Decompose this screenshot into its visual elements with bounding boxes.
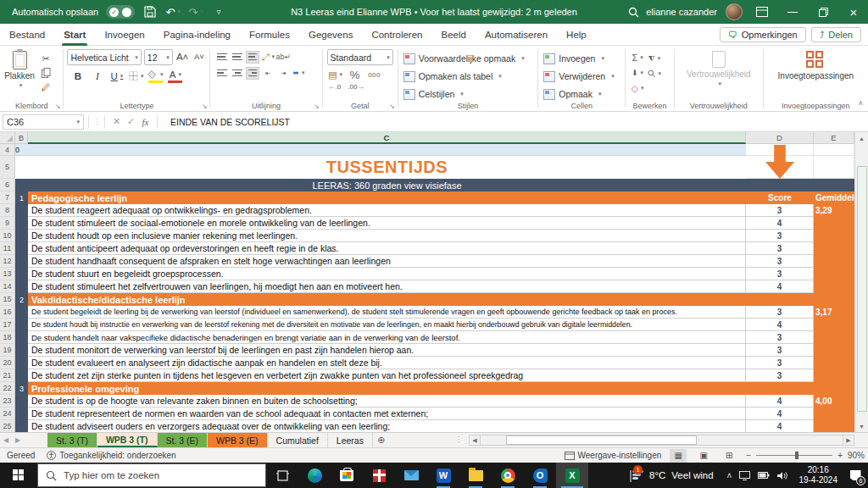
increase-decimal-icon[interactable]: ←.0: [329, 83, 342, 91]
align-right-icon[interactable]: [246, 67, 259, 80]
row-header-12[interactable]: 12: [0, 255, 15, 268]
row-header-13[interactable]: 13: [0, 268, 15, 280]
ribbon-tab-bestand[interactable]: Bestand: [0, 24, 54, 46]
edge-icon[interactable]: [298, 463, 331, 488]
font-dialog-launcher[interactable]: ↘: [202, 103, 208, 110]
scroll-down-icon[interactable]: ▼: [855, 420, 868, 432]
cell-B14[interactable]: [15, 280, 28, 293]
cell-B25[interactable]: [15, 420, 28, 432]
row-header-22[interactable]: 22: [0, 382, 15, 395]
sheet-tab-st-3-e-[interactable]: St. 3 (E): [158, 433, 209, 447]
save-icon[interactable]: [142, 4, 158, 19]
name-box[interactable]: C36▾: [3, 114, 84, 130]
cell-B12[interactable]: [15, 255, 28, 268]
zoom-slider[interactable]: [756, 455, 832, 456]
cell-C4[interactable]: [28, 144, 746, 156]
horizontal-scrollbar[interactable]: ◀ ▶: [469, 435, 854, 446]
cell-E14[interactable]: [814, 280, 854, 293]
sort-filter-icon[interactable]: ⧨▾: [648, 52, 661, 65]
cell-C22[interactable]: Professionele omgeving: [28, 382, 746, 395]
ribbon-display-options-icon[interactable]: [748, 0, 776, 24]
format-cells-button[interactable]: Opmaak▾: [543, 86, 625, 102]
clock[interactable]: 20:16 19-4-2024: [793, 465, 843, 486]
undo-icon[interactable]: ↶▾: [165, 4, 181, 19]
col-header-e[interactable]: E: [814, 132, 854, 144]
ribbon-tab-help[interactable]: Help: [557, 24, 596, 46]
wrap-text-icon[interactable]: ab↵: [276, 50, 290, 64]
excel-icon[interactable]: X: [556, 463, 588, 488]
row-header-15[interactable]: 15: [0, 293, 15, 306]
paste-button[interactable]: Plakken▾: [0, 48, 39, 94]
tab-scroll-right-icon[interactable]: ▶: [12, 433, 24, 447]
cell-D22[interactable]: [746, 382, 814, 395]
row-header-11[interactable]: 11: [0, 242, 15, 255]
row-header-6[interactable]: 6: [0, 179, 15, 191]
orientation-icon[interactable]: ⤢▾: [261, 50, 275, 64]
chrome-icon[interactable]: [492, 463, 524, 488]
cell-styles-button[interactable]: Celstijlen▾: [403, 86, 538, 102]
tab-splitter[interactable]: ⋮: [455, 435, 463, 443]
cell-C8[interactable]: De student reageert adequaat op ontwikke…: [28, 204, 746, 217]
cell-C7[interactable]: Pedagogische leerlijn: [28, 191, 746, 204]
cell-C12[interactable]: De student handhaaft consequent de afspr…: [28, 255, 746, 268]
cell-D24[interactable]: 4: [746, 408, 814, 420]
accounting-format-icon[interactable]: ▤▾: [329, 68, 342, 81]
cell-D21[interactable]: 3: [746, 369, 814, 382]
cell-E15[interactable]: [814, 293, 854, 306]
number-format-select[interactable]: Standaard▾: [327, 49, 393, 65]
vertical-scrollbar[interactable]: ▲ ▼: [854, 132, 868, 432]
decrease-indent-icon[interactable]: ⇤: [261, 66, 275, 80]
redo-icon[interactable]: ↷▾: [188, 4, 203, 19]
cut-icon[interactable]: ✂: [39, 52, 53, 65]
cell-D14[interactable]: 4: [746, 280, 814, 293]
insert-function-icon[interactable]: fx: [138, 117, 153, 127]
cell-D16[interactable]: 3: [746, 306, 814, 319]
col-header-c[interactable]: C: [28, 132, 746, 144]
find-select-icon[interactable]: ▾: [648, 67, 661, 80]
outlook-icon[interactable]: O: [524, 463, 556, 488]
cell-D11[interactable]: 3: [746, 242, 814, 255]
word-icon[interactable]: W: [427, 463, 459, 488]
row-header-24[interactable]: 24: [0, 408, 15, 420]
cell-E9[interactable]: [814, 217, 854, 230]
cell-C9[interactable]: De student stimuleert de sociaal-emotion…: [28, 217, 746, 230]
cell-D9[interactable]: 4: [746, 217, 814, 230]
autosave-toggle[interactable]: ✓: [106, 5, 135, 19]
cell-B6[interactable]: [15, 179, 28, 191]
ribbon-tab-automatiseren[interactable]: Automatiseren: [476, 24, 557, 46]
align-bottom-icon[interactable]: [246, 51, 259, 64]
conditional-formatting-button[interactable]: Voorwaardelijke opmaak▾: [403, 51, 538, 66]
view-settings-button[interactable]: Weergave-instellingen: [565, 451, 662, 460]
store-icon[interactable]: [331, 463, 363, 488]
underline-button[interactable]: U▾: [109, 69, 124, 83]
row-header-7[interactable]: 7: [0, 191, 15, 204]
clear-icon[interactable]: ◇▾: [631, 81, 644, 95]
cell-B16[interactable]: [15, 306, 28, 319]
addins-button[interactable]: Invoegtoepassingen: [764, 48, 868, 80]
cell-D8[interactable]: 3: [746, 204, 814, 217]
insert-cells-button[interactable]: Invoegen▾: [543, 51, 625, 66]
comments-button[interactable]: 🗨Opmerkingen: [720, 27, 806, 42]
cell-B7[interactable]: 1: [15, 191, 28, 204]
ribbon-tab-gegevens[interactable]: Gegevens: [299, 24, 362, 46]
align-middle-icon[interactable]: [231, 51, 244, 64]
taskbar-search-input[interactable]: Typ hier om te zoeken: [37, 463, 266, 487]
row-header-17[interactable]: 17: [0, 319, 15, 331]
cell-E19[interactable]: [814, 344, 854, 357]
cell-B8[interactable]: [15, 204, 28, 217]
row-header-8[interactable]: 8: [0, 204, 15, 217]
zoom-slider-knob[interactable]: [795, 452, 798, 459]
task-view-button[interactable]: [266, 463, 298, 488]
cell-B11[interactable]: [15, 242, 28, 255]
row-header-9[interactable]: 9: [0, 217, 15, 230]
cell-D15[interactable]: [746, 293, 814, 306]
row-header-18[interactable]: 18: [0, 331, 15, 344]
cell-C25[interactable]: De student adviseert ouders en verzorger…: [28, 420, 746, 432]
mail-icon[interactable]: [395, 463, 427, 488]
cell-E22[interactable]: [814, 382, 854, 395]
copy-icon[interactable]: [39, 66, 53, 80]
cell-B22[interactable]: 3: [15, 382, 28, 395]
normal-view-icon[interactable]: ▦: [670, 449, 687, 463]
borders-button[interactable]: ▾: [129, 69, 143, 83]
cell-D20[interactable]: 3: [746, 357, 814, 369]
